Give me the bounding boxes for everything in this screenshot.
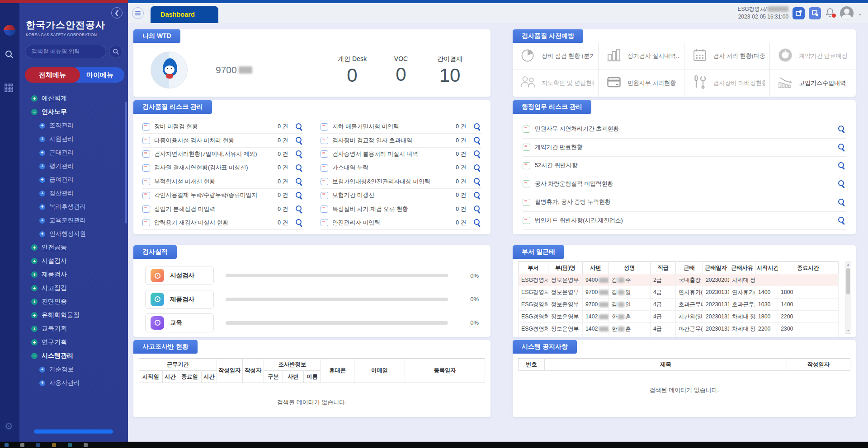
taskbar-icon[interactable] — [68, 443, 72, 447]
prevention-item[interactable]: 민원사무 처리현황 — [599, 70, 684, 97]
popup-layout-button[interactable] — [809, 7, 821, 19]
performance-chip-교육[interactable]: 교육 — [145, 313, 214, 332]
sidebar-item-예산회계[interactable]: +예산회계 — [19, 92, 128, 105]
stat-value: 0 — [330, 66, 375, 85]
sidebar-item-사고점검[interactable]: +사고점검 — [19, 281, 128, 295]
prevention-item[interactable]: 고압가스수입내역 — [770, 70, 856, 97]
menu-horizontal-scrollbar[interactable] — [34, 429, 113, 434]
notifications-bell-icon[interactable] — [825, 7, 836, 19]
prevention-item[interactable]: 검사 처리 현황(다중... — [684, 43, 770, 70]
magnifier-icon[interactable] — [295, 163, 303, 172]
table-scrollbar[interactable]: ▲ ▼ — [845, 261, 851, 334]
sidebar-item-시설검사[interactable]: +시설검사 — [19, 254, 128, 268]
performance-chip-제품검사[interactable]: 제품검사 — [145, 290, 214, 309]
first-aid-icon — [321, 205, 328, 213]
taskbar-icon[interactable] — [52, 443, 56, 447]
certificate-box-icon — [321, 150, 328, 158]
attendance-row[interactable]: ESG경영처정보운영부1402한훈4급연차휴가20230202연차휴가 — [519, 335, 839, 338]
settings-gear-icon[interactable]: ⚙ — [5, 421, 13, 432]
card-my-wtd: 나의 WTD 9700 개인 Desk0VOC0간이결재10 — [133, 29, 491, 97]
dept-attendance-table: 부서부(팀)명사번성명직급근태근태일자근태사유시작시간종료시간 ESG경영처정보… — [518, 261, 839, 337]
prevention-item[interactable]: 계약기간 만료예정 — [770, 43, 856, 70]
prevention-item[interactable]: 장비 점검 현황 (분기) — [513, 43, 599, 70]
magnifier-icon[interactable] — [837, 125, 846, 133]
magnifier-icon[interactable] — [473, 122, 481, 131]
tab-all-menu[interactable]: 전체메뉴 — [25, 67, 80, 83]
magnifier-icon[interactable] — [295, 122, 303, 131]
scroll-up-arrow[interactable]: ▲ — [845, 262, 851, 267]
magnifier-icon[interactable] — [837, 161, 846, 170]
sidebar-item-연구기획[interactable]: +연구기획 — [19, 336, 128, 349]
magnifier-icon[interactable] — [295, 219, 303, 227]
user-avatar[interactable] — [840, 6, 854, 20]
hamburger-menu-icon[interactable] — [132, 7, 144, 19]
attendance-row[interactable]: ESG경영처정보운영부1402한훈4급시간외(일반20230131차세대 정보1… — [519, 311, 839, 323]
sidebar-item-평가관리[interactable]: +평가관리 — [19, 159, 128, 173]
taskbar-icon[interactable] — [20, 443, 24, 447]
wtd-stat-VOC[interactable]: VOC0 — [378, 55, 424, 85]
taskbar-icon[interactable] — [36, 443, 40, 447]
card-icon — [605, 73, 623, 93]
magnifier-icon[interactable] — [473, 136, 481, 145]
attendance-row[interactable]: ESG경영처정보운영부9400김주2급국내출장20230201차세대 정보 — [519, 274, 839, 286]
tab-dashboard[interactable]: Dashboard — [151, 6, 218, 23]
sidebar-item-사원관리[interactable]: +사원관리 — [19, 132, 128, 146]
sidebar-item-조직관리[interactable]: +조직관리 — [19, 119, 128, 132]
sidebar-item-진단인증[interactable]: +진단인증 — [19, 295, 128, 308]
sidebar-item-기준정보[interactable]: +기준정보 — [19, 363, 128, 376]
performance-chip-시설검사[interactable]: 시설검사 — [145, 266, 214, 285]
magnifier-icon[interactable] — [295, 191, 303, 200]
sidebar-item-유해화학물질[interactable]: +유해화학물질 — [19, 308, 128, 322]
search-icon[interactable] — [5, 50, 14, 61]
magnifier-icon[interactable] — [295, 150, 303, 159]
magnifier-icon[interactable] — [473, 191, 481, 200]
os-taskbar[interactable] — [0, 442, 868, 448]
magnifier-icon[interactable] — [295, 177, 303, 186]
sidebar-item-교육훈련관리[interactable]: +교육훈련관리 — [19, 214, 128, 227]
menu-grid-icon[interactable] — [5, 84, 13, 94]
taskbar-icon[interactable] — [84, 443, 88, 447]
magnifier-icon[interactable] — [837, 198, 846, 206]
menu-vertical-scrollbar[interactable] — [125, 102, 127, 224]
magnifier-icon[interactable] — [295, 136, 303, 145]
attendance-row[interactable]: ESG경영처정보운영부1402한훈4급야간근무(본20230131차세대 정보2… — [519, 323, 839, 335]
sidebar-item-사용자관리[interactable]: +사용자관리 — [19, 376, 128, 390]
magnifier-icon[interactable] — [295, 205, 303, 214]
sidebar-item-교육기획[interactable]: +교육기획 — [19, 322, 128, 336]
prevention-item[interactable]: 정기검사 실시내역... — [599, 43, 684, 70]
risk-item: 특정설비 차기 재검 오류 현황0 건 — [321, 202, 481, 216]
sidebar-item-안전공통[interactable]: +안전공통 — [19, 241, 128, 254]
chevron-down-icon[interactable]: ⌄ — [858, 10, 863, 17]
sidebar-item-시스템관리[interactable]: −시스템관리 — [19, 349, 128, 363]
sidebar-item-인사행정지원[interactable]: +인사행정지원 — [19, 227, 128, 241]
magnifier-icon[interactable] — [837, 180, 846, 188]
open-new-window-button[interactable] — [793, 7, 805, 19]
prevention-item[interactable]: 지도확인 및 면담현황 — [513, 70, 599, 97]
magnifier-icon[interactable] — [473, 150, 481, 159]
magnifier-icon[interactable] — [837, 143, 846, 152]
prevention-item[interactable]: 검사장비 미배정현황 — [684, 70, 770, 97]
menu-search-button[interactable] — [109, 45, 123, 58]
sidebar-item-인사노무[interactable]: −인사노무 — [19, 105, 128, 119]
cell: 4급 — [651, 286, 676, 299]
menu-search-input[interactable]: 검색할 메뉴명 입력 — [25, 45, 106, 58]
magnifier-icon[interactable] — [473, 205, 481, 214]
sidebar-collapse-button[interactable]: ❮ — [111, 7, 123, 19]
attendance-row[interactable]: ESG경영처정보운영부9700김일4급초과근무대:20230131초과근무로10… — [519, 299, 839, 311]
wtd-stat-간이결재[interactable]: 간이결재10 — [427, 55, 472, 85]
sidebar-item-근태관리[interactable]: +근태관리 — [19, 146, 128, 159]
sidebar-item-정산관리[interactable]: +정산관리 — [19, 187, 128, 200]
sidebar-item-제품검사[interactable]: +제품검사 — [19, 268, 128, 281]
equipment-icon — [321, 137, 328, 144]
scroll-down-arrow[interactable]: ▼ — [845, 328, 851, 333]
magnifier-icon[interactable] — [837, 216, 846, 225]
magnifier-icon[interactable] — [473, 177, 481, 186]
taskbar-icon[interactable] — [5, 443, 9, 447]
scroll-thumb[interactable] — [846, 268, 850, 294]
wtd-stat-개인 Desk[interactable]: 개인 Desk0 — [330, 55, 375, 85]
magnifier-icon[interactable] — [473, 219, 481, 227]
attendance-row[interactable]: ESG경영처정보운영부9700김일4급연차휴가(반20230131연차휴가(반1… — [519, 286, 839, 299]
sidebar-item-급여관리[interactable]: +급여관리 — [19, 173, 128, 187]
magnifier-icon[interactable] — [473, 163, 481, 172]
sidebar-item-복리후생관리[interactable]: +복리후생관리 — [19, 200, 128, 214]
